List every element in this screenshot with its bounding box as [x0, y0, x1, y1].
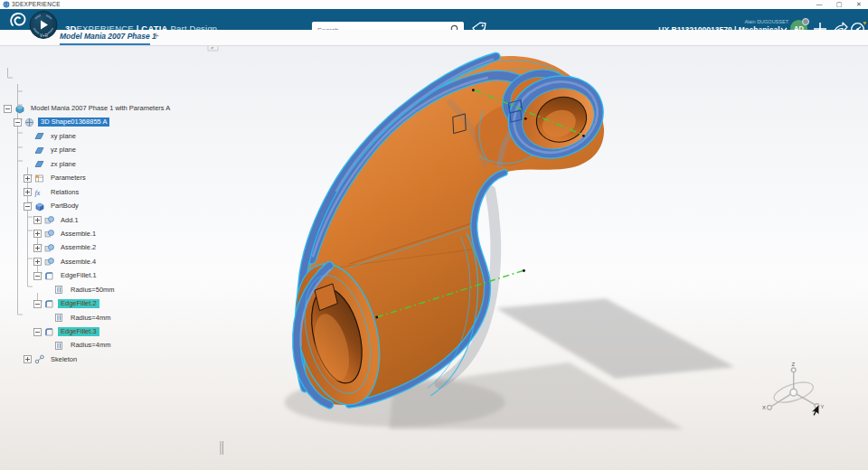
tree-item-label: Assemble.4: [58, 258, 99, 267]
fillet-icon: [44, 299, 54, 309]
tree-item[interactable]: xy plane: [0, 129, 226, 143]
expand-icon[interactable]: [33, 244, 42, 252]
plane-icon: [34, 159, 44, 169]
maximize-button[interactable]: ▢: [830, 0, 848, 9]
tree-item-label: Assemble.2: [58, 243, 99, 252]
compass-vr-label: V+R: [40, 33, 49, 38]
app-header: V+R 3DEXPERIENCE | CATIA Part Design Ala…: [0, 9, 868, 30]
tree-item-label: zx plane: [48, 160, 79, 169]
app-globe-icon: [3, 1, 10, 8]
tree-item-label: Parameters: [48, 174, 89, 183]
tree-item-label: Relations: [48, 188, 81, 197]
tree-item-label: Radius=4mm: [68, 314, 113, 323]
tree-item[interactable]: Radius=50mm: [0, 283, 226, 296]
expand-icon[interactable]: [24, 188, 32, 196]
collapse-icon[interactable]: [24, 202, 32, 211]
tree-item[interactable]: Assemble.2: [0, 241, 226, 255]
view-triad[interactable]: Z X Y: [762, 362, 825, 410]
plane-icon: [34, 131, 44, 141]
tree-item-label: Add.1: [58, 216, 81, 225]
tree-item-label: Skeleton: [48, 355, 80, 364]
tree-item[interactable]: EdgeFillet.3: [0, 324, 226, 338]
partbody-icon: [34, 202, 44, 212]
expand-icon[interactable]: [33, 216, 42, 224]
triad-z-label: Z: [791, 362, 795, 367]
triad-y-label: Y: [821, 404, 825, 409]
tree-scroll-handle-bottom[interactable]: [217, 440, 230, 456]
tree-item-label: yz plane: [48, 146, 79, 155]
window-title: 3DEXPERIENCE: [12, 1, 61, 7]
3dexperience-compass-icon[interactable]: V+R: [28, 11, 59, 42]
tree-item[interactable]: yz plane: [0, 144, 226, 157]
tree-item[interactable]: Assemble.4: [0, 255, 226, 268]
tree-item[interactable]: Parameters: [0, 171, 226, 184]
tree-item[interactable]: PartBody: [0, 199, 226, 212]
tab-model-mania[interactable]: Model Mania 2007 Phase 1: [60, 32, 156, 45]
tree-item-label: EdgeFillet.2: [58, 299, 99, 308]
fillet-icon: [44, 271, 54, 281]
parameters-icon: [34, 174, 44, 183]
collapse-icon[interactable]: [33, 272, 42, 280]
triad-x-label: X: [762, 405, 766, 410]
radius-icon: [54, 313, 64, 323]
minimize-button[interactable]: —: [810, 0, 828, 9]
radius-icon: [54, 341, 64, 351]
tree-item[interactable]: 3D Shape01368855 A: [0, 116, 226, 129]
collapse-icon[interactable]: [33, 300, 42, 308]
close-button[interactable]: ✕: [850, 0, 868, 9]
expand-icon[interactable]: [33, 258, 42, 266]
tree-item-label: Model Mania 2007 Phase 1 with Parameters…: [28, 104, 173, 113]
boolean-icon: [44, 243, 54, 253]
boolean-icon: [44, 215, 54, 225]
tree-item-label: PartBody: [48, 202, 81, 211]
tree-item[interactable]: Radius=4mm: [0, 311, 226, 324]
notification-badge: [863, 22, 866, 25]
presence-badge: [802, 18, 809, 25]
collapse-icon[interactable]: [33, 328, 42, 336]
plane-icon: [34, 146, 44, 155]
expand-icon[interactable]: [33, 230, 42, 238]
tree-item-label: EdgeFillet.1: [58, 271, 99, 280]
tree-item-label: xy plane: [48, 132, 79, 141]
collapse-icon[interactable]: [4, 105, 12, 113]
svg-text:fx: fx: [35, 189, 41, 197]
fillet-icon: [44, 327, 54, 337]
radius-icon: [54, 285, 64, 295]
tree-item[interactable]: Model Mania 2007 Phase 1 with Parameters…: [0, 101, 226, 115]
tree-item[interactable]: Assemble.1: [0, 227, 226, 240]
shape-icon: [24, 118, 34, 127]
tree-item[interactable]: fxRelations: [0, 185, 226, 199]
skeleton-icon: [34, 354, 44, 364]
specification-tree: Model Mania 2007 Phase 1 with Parameters…: [0, 101, 226, 366]
tree-item-label: Assemble.1: [58, 230, 99, 239]
3d-viewport[interactable]: Z X Y Model Mania 2007 Phase 1 with: [0, 45, 868, 470]
tree-item-label: Radius=50mm: [68, 286, 118, 295]
tree-item[interactable]: Skeleton: [0, 352, 226, 366]
product-icon: [14, 104, 24, 114]
tree-item[interactable]: EdgeFillet.1: [0, 269, 226, 283]
boolean-icon: [44, 257, 54, 267]
collapse-icon[interactable]: [14, 118, 22, 127]
relations-icon: fx: [34, 187, 44, 197]
tree-scroll-handle-top[interactable]: <: [207, 45, 220, 59]
tree-item-label: 3D Shape01368855 A: [38, 118, 109, 127]
tree-item[interactable]: EdgeFillet.2: [0, 296, 226, 310]
tab-bar: Model Mania 2007 Phase 1 +: [0, 30, 868, 46]
tree-item-label: Radius=4mm: [68, 341, 113, 350]
expand-icon[interactable]: [24, 174, 32, 183]
new-tab-button[interactable]: +: [154, 31, 159, 41]
active-tab-indicator: [60, 43, 150, 46]
part-3d-model[interactable]: [282, 56, 615, 414]
expand-icon[interactable]: [24, 355, 32, 363]
tree-item-label: EdgeFillet.3: [58, 327, 99, 336]
boolean-icon: [44, 229, 54, 239]
tree-item[interactable]: Radius=4mm: [0, 339, 226, 352]
tree-item[interactable]: Add.1: [0, 213, 226, 227]
tree-item[interactable]: zx plane: [0, 157, 226, 171]
